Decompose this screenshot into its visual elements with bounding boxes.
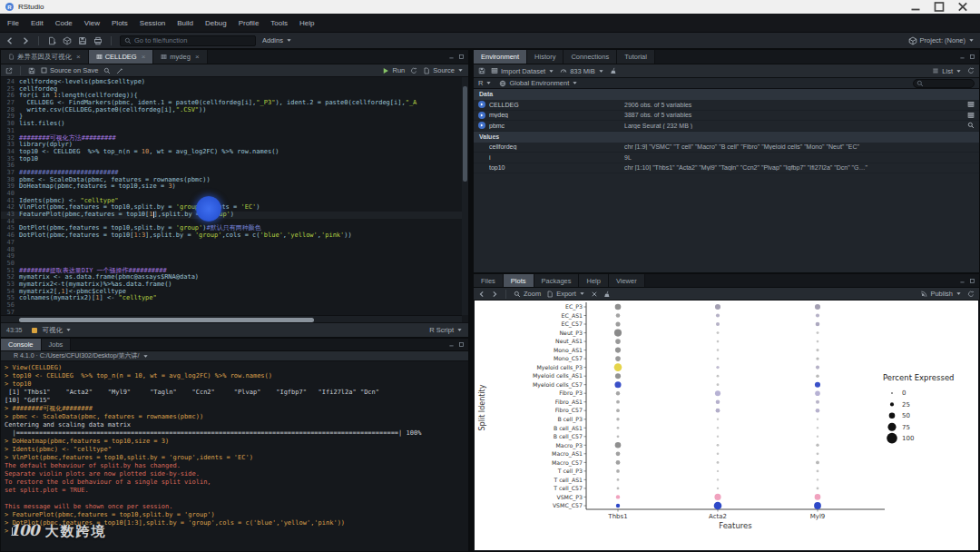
tab-celldeg[interactable]: CELLDEG× <box>89 50 154 64</box>
menu-session[interactable]: Session <box>140 19 165 27</box>
env-search-input[interactable] <box>913 79 975 88</box>
menu-tools[interactable]: Tools <box>270 19 288 27</box>
menu-profile[interactable]: Profile <box>239 19 260 27</box>
minimize-pane-icon[interactable] <box>448 341 455 348</box>
checkbox-icon[interactable] <box>41 67 47 74</box>
show-in-new-window-icon[interactable] <box>5 67 13 74</box>
save-workspace-icon[interactable] <box>478 67 485 74</box>
tab-environment[interactable]: Environment <box>474 50 527 64</box>
run-button[interactable]: Run <box>382 66 405 74</box>
memory-usage[interactable]: 833 MiB <box>560 67 604 75</box>
menu-view[interactable]: View <box>84 19 100 27</box>
close-button[interactable] <box>951 0 975 14</box>
scrollbar-thumb[interactable] <box>19 318 314 322</box>
tab-history[interactable]: History <box>527 50 564 64</box>
view-data-icon[interactable] <box>967 112 975 119</box>
expand-object-icon[interactable] <box>478 112 485 119</box>
source-file-icon <box>423 67 430 74</box>
inspect-object-icon[interactable] <box>967 122 975 129</box>
env-row-cellfordeg[interactable]: cellfordegchr [1:9] "VSMC" "T cell" "Mac… <box>474 143 979 153</box>
environment-selector[interactable]: Global Environment <box>499 79 578 87</box>
close-tab-icon[interactable]: × <box>142 53 146 61</box>
tab-mydeg[interactable]: mydeg× <box>153 50 207 64</box>
print-icon[interactable] <box>93 36 103 45</box>
maximize-button[interactable] <box>927 0 951 14</box>
source-on-save-toggle[interactable]: Source on Save <box>41 66 98 74</box>
expand-object-icon[interactable] <box>478 122 485 129</box>
env-section-data: Data <box>474 89 979 100</box>
vertical-scrollbar[interactable] <box>462 77 468 315</box>
forward-icon[interactable] <box>21 36 30 45</box>
code-tools-icon[interactable] <box>116 67 123 74</box>
import-dataset-label: Import Dataset <box>501 67 545 75</box>
menu-file[interactable]: File <box>7 19 19 27</box>
new-project-icon[interactable] <box>63 36 72 45</box>
dot <box>615 442 622 448</box>
minimize-pane-icon[interactable] <box>959 54 965 60</box>
tab-files[interactable]: Files <box>474 274 504 287</box>
rerun-icon[interactable] <box>410 67 417 74</box>
tab-plots[interactable]: Plots <box>504 274 534 287</box>
dot <box>717 444 720 447</box>
source-button[interactable]: Source <box>423 66 464 74</box>
refresh-environment-icon[interactable] <box>967 67 975 74</box>
menu-edit[interactable]: Edit <box>31 19 44 27</box>
tab-viewer[interactable]: Viewer <box>609 274 645 287</box>
list-view-button[interactable]: List <box>932 67 962 75</box>
import-dataset-button[interactable]: Import Dataset <box>491 67 554 75</box>
tab-差异基因及可视化[interactable]: 差异基因及可视化× <box>1 50 89 64</box>
zoom-button[interactable]: Zoom <box>514 290 541 298</box>
tab-console[interactable]: Console <box>1 339 42 350</box>
clear-plots-icon[interactable] <box>603 291 611 298</box>
env-row-mydeg[interactable]: mydeg3887 obs. of 5 variables <box>474 111 979 122</box>
language-selector[interactable]: R <box>478 79 492 87</box>
previous-plot-icon[interactable] <box>478 291 485 298</box>
maximize-pane-icon[interactable] <box>969 278 975 284</box>
save-icon[interactable] <box>78 36 87 45</box>
back-icon[interactable] <box>5 36 15 45</box>
menu-help[interactable]: Help <box>299 19 314 27</box>
minimize-pane-icon[interactable] <box>448 54 455 60</box>
refresh-plot-icon[interactable] <box>967 291 975 298</box>
menu-plots[interactable]: Plots <box>112 19 128 27</box>
addins-button[interactable]: Addins <box>262 36 292 44</box>
new-file-icon[interactable] <box>47 36 56 45</box>
minimize-button[interactable] <box>904 0 927 14</box>
close-tab-icon[interactable]: × <box>76 53 81 61</box>
maximize-pane-icon[interactable] <box>458 341 465 348</box>
next-plot-icon[interactable] <box>491 291 498 298</box>
menu-code[interactable]: Code <box>55 19 73 27</box>
tab-connections[interactable]: Connections <box>564 50 617 64</box>
remove-plot-icon[interactable] <box>591 291 598 298</box>
maximize-pane-icon[interactable] <box>458 54 465 60</box>
publish-button[interactable]: Publish <box>920 290 962 298</box>
expand-object-icon[interactable] <box>478 101 485 108</box>
view-data-icon[interactable] <box>967 101 975 108</box>
code-area[interactable]: 24cellfordeg<-levels(pbmc$celltype)25cel… <box>1 77 462 315</box>
find-replace-icon[interactable] <box>103 67 111 74</box>
watermark-text: 大数跨境 <box>45 523 107 540</box>
goto-file-input[interactable]: Go to file/function <box>120 35 256 46</box>
save-file-icon[interactable] <box>28 67 35 74</box>
close-tab-icon[interactable]: × <box>195 53 200 61</box>
tab-jobs[interactable]: Jobs <box>42 339 72 350</box>
file-type-selector[interactable]: R Script <box>429 326 463 334</box>
env-row-top10[interactable]: top10chr [1:10] "Thbs1" "Acta2" "Myl9" "… <box>474 163 979 174</box>
menu-build[interactable]: Build <box>177 19 193 27</box>
project-menu[interactable]: Project: (None) <box>908 36 975 45</box>
tab-help[interactable]: Help <box>579 274 608 287</box>
env-row-CELLDEG[interactable]: CELLDEG2906 obs. of 5 variables <box>474 100 979 111</box>
tab-tutorial[interactable]: Tutorial <box>617 50 655 64</box>
clear-workspace-icon[interactable] <box>610 67 617 74</box>
scrollbar-thumb[interactable] <box>463 86 467 182</box>
menu-debug[interactable]: Debug <box>205 19 227 27</box>
env-row-i[interactable]: i9L <box>474 153 979 163</box>
section-navigator[interactable]: 可视化 <box>32 326 73 335</box>
export-button[interactable]: Export <box>546 290 585 298</box>
console-header[interactable]: R 4.1.0 · C:/Users/CFUI302/Desktop/第六讲/ <box>1 351 468 361</box>
horizontal-scrollbar[interactable] <box>1 315 462 322</box>
maximize-pane-icon[interactable] <box>969 54 975 60</box>
env-row-pbmc[interactable]: pbmcLarge Seurat ( 232 MB ) <box>474 121 979 132</box>
minimize-pane-icon[interactable] <box>959 278 965 284</box>
tab-packages[interactable]: Packages <box>534 274 580 287</box>
